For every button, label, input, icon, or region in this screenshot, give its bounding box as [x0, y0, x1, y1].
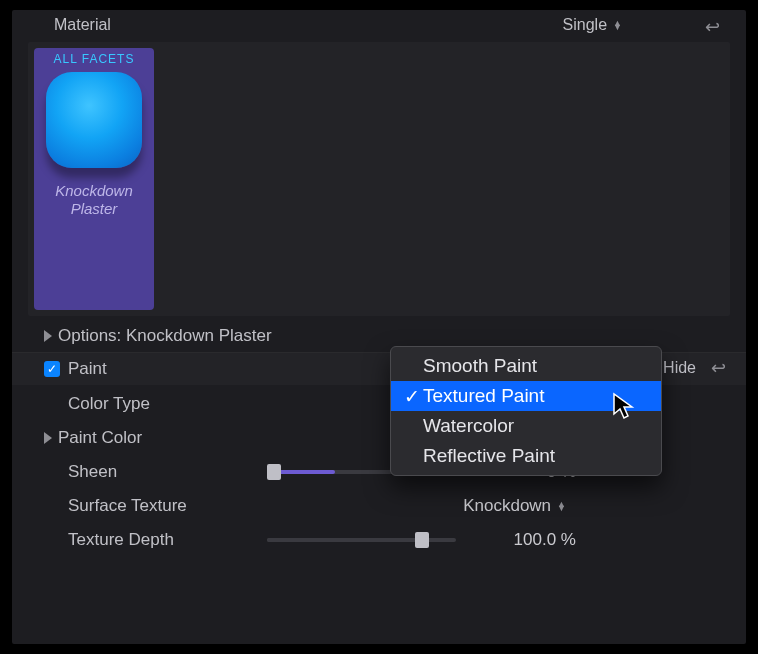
slider-thumb[interactable] — [267, 464, 281, 480]
menu-item-reflective-paint[interactable]: Reflective Paint — [391, 441, 661, 471]
surface-texture-label: Surface Texture — [68, 496, 268, 516]
swatch-tag: ALL FACETS — [54, 52, 135, 66]
paint-enabled-checkbox[interactable]: ✓ — [44, 361, 60, 377]
material-inspector-panel: Material Single ▲▼ ↩ ALL FACETS Knockdow… — [12, 10, 746, 644]
checkmark-icon: ✓ — [401, 385, 423, 408]
menu-item-label: Watercolor — [423, 415, 514, 437]
slider-fill — [267, 538, 415, 542]
paint-color-label: Paint Color — [58, 428, 238, 448]
material-preview-area: ALL FACETS Knockdown Plaster — [28, 42, 730, 316]
reset-icon[interactable]: ↩ — [705, 16, 720, 38]
menu-item-label: Reflective Paint — [423, 445, 555, 467]
menu-item-label: Smooth Paint — [423, 355, 537, 377]
surface-texture-value: Knockdown — [463, 496, 551, 516]
surface-texture-row: Surface Texture Knockdown ▲▼ — [12, 489, 746, 523]
disclosure-triangle-icon[interactable] — [44, 432, 52, 444]
texture-depth-slider[interactable] — [267, 538, 456, 542]
menu-item-label: Textured Paint — [423, 385, 544, 407]
chevron-updown-icon: ▲▼ — [557, 502, 566, 510]
material-preview-ball — [46, 72, 142, 168]
material-mode-value: Single — [563, 16, 607, 34]
surface-texture-popup[interactable]: Knockdown ▲▼ — [463, 496, 566, 516]
material-mode-popup[interactable]: Single ▲▼ — [563, 16, 622, 34]
texture-depth-value[interactable]: 100.0 % — [476, 530, 576, 550]
texture-depth-row: Texture Depth 100.0 % — [12, 523, 746, 557]
reset-icon[interactable]: ↩ — [711, 357, 726, 379]
hide-button[interactable]: Hide — [663, 359, 696, 377]
chevron-updown-icon: ▲▼ — [613, 21, 622, 29]
header-row: Material Single ▲▼ ↩ — [12, 10, 746, 38]
material-swatch-card[interactable]: ALL FACETS Knockdown Plaster — [34, 48, 154, 310]
slider-thumb[interactable] — [415, 532, 429, 548]
sheen-label: Sheen — [68, 462, 267, 482]
color-type-label: Color Type — [68, 394, 268, 414]
panel-title: Material — [54, 16, 563, 34]
options-label: Options: Knockdown Plaster — [58, 326, 726, 346]
texture-depth-label: Texture Depth — [68, 530, 267, 550]
swatch-name: Knockdown Plaster — [38, 182, 150, 218]
svg-marker-0 — [614, 394, 632, 418]
cursor-icon — [612, 392, 636, 420]
menu-item-smooth-paint[interactable]: Smooth Paint — [391, 351, 661, 381]
disclosure-triangle-icon[interactable] — [44, 330, 52, 342]
